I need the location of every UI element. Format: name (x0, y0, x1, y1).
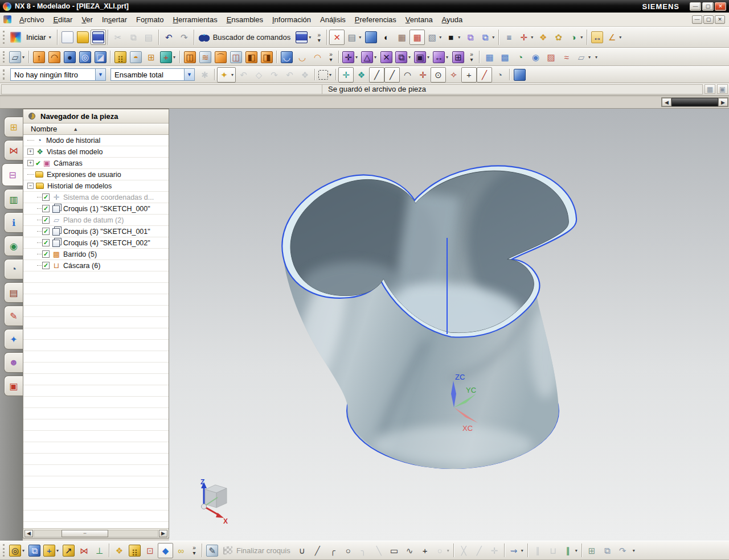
delete-face-button[interactable]: ✕ (379, 50, 394, 65)
menu-archivo[interactable]: Archivo (15, 14, 48, 26)
revolve-button[interactable]: ◠ (47, 50, 62, 65)
shaded-edges-button[interactable]: ▦ (409, 30, 425, 45)
show-hide-button[interactable]: ◑▾ (566, 30, 585, 45)
draft-button[interactable]: ◨ (259, 50, 275, 65)
project-curve-button[interactable]: ⧉ (600, 543, 615, 558)
emboss-button[interactable]: ◓ (128, 50, 144, 65)
render-style-button[interactable]: ◐ (379, 30, 394, 45)
reuse-library-tab[interactable]: ▥ (4, 189, 23, 209)
selection-filter-combo-arrow[interactable]: ▼ (95, 69, 105, 80)
edit-suppression-button[interactable]: ⊡ (142, 543, 158, 558)
thicken-button[interactable]: ≋ (198, 50, 213, 65)
split-body-button[interactable]: ◧ (244, 50, 259, 65)
pattern-face-button[interactable]: ⊞ (450, 50, 466, 65)
tree-item[interactable]: −Historial de modelos (23, 180, 169, 192)
tree-item[interactable]: ✓Croquis (4) "SKETCH_002" (23, 237, 169, 249)
horizontal-scrollbar[interactable]: ◀ ▶ (661, 97, 728, 107)
graphics-window[interactable]: ZC YC XC Z X (169, 109, 729, 541)
panel-scroll-thumb[interactable]: ┉ (62, 530, 108, 537)
boss-button[interactable]: ◎ (77, 50, 93, 65)
display-constraints-button[interactable]: ∥▾ (561, 543, 580, 558)
menu-ver[interactable]: Ver (77, 14, 97, 26)
close-button[interactable]: ✕ (715, 2, 726, 11)
move-face-button[interactable]: ✛▾ (341, 50, 360, 65)
point-on-curve-snap-button[interactable]: ╱ (477, 67, 492, 83)
edit-display-button[interactable]: ✿ (551, 30, 566, 45)
tree-item[interactable]: ✓▩Barrido (5) (23, 249, 169, 260)
rectangle-select-button[interactable]: ▾ (317, 67, 334, 83)
circle-tool-button[interactable]: ○ (341, 543, 356, 558)
sketch-button[interactable]: ▱▾ (8, 50, 27, 65)
selection-scope-combo-arrow[interactable]: ▼ (184, 69, 194, 80)
move-object-button[interactable]: ❖ (535, 30, 551, 45)
fit-view-button[interactable]: ✕ (329, 30, 345, 45)
doc-restore-button[interactable]: ▢ (703, 15, 714, 24)
feature-checkbox[interactable]: ✓ (42, 205, 50, 212)
measure-angle-button[interactable]: ∠▾ (605, 30, 624, 45)
visual-reports-tab[interactable]: ✎ (4, 306, 23, 326)
solid-face-snap-button[interactable] (512, 67, 527, 83)
control-point-snap-button[interactable]: ◠ (400, 67, 415, 83)
scroll-left-button[interactable]: ◀ (662, 98, 671, 106)
layout-button[interactable]: ▤▾ (345, 30, 363, 45)
offset-region-button[interactable]: △▾ (360, 50, 379, 65)
unite-button[interactable]: +▾ (159, 50, 178, 65)
pattern-curve-button[interactable]: ⊞ (584, 543, 600, 558)
iniciar-menu[interactable]: Iniciar▾ (23, 31, 55, 44)
feature-checkbox[interactable]: ✓ (42, 228, 50, 235)
part-navigator-tab[interactable]: ⊟ (2, 163, 23, 186)
menu-formato[interactable]: Formato (132, 14, 168, 26)
cut-face-button[interactable]: ▣▾ (413, 50, 432, 65)
sketch-task-button[interactable]: ✎ (204, 543, 220, 558)
menu-preferencias[interactable]: Preferencias (350, 14, 401, 26)
standard-overflow-button[interactable]: »▾ (316, 32, 322, 43)
assembly-constraints-button[interactable]: ⊥ (92, 543, 107, 558)
menu-ayuda[interactable]: Ayuda (437, 14, 468, 26)
find-component-button[interactable]: ◎▾ (8, 543, 27, 558)
feature-checkbox[interactable]: ✓ (42, 250, 50, 258)
save-options-button[interactable]: ▾ (294, 30, 313, 45)
profile-tool-button[interactable]: ∪ (294, 543, 310, 558)
redo-button[interactable]: ↷ (177, 30, 192, 45)
menu-insertar[interactable]: Insertar (97, 14, 132, 26)
toolbar-grip[interactable] (3, 69, 6, 80)
tree-item[interactable]: +✔▣Cámaras (23, 158, 169, 169)
menu-analisis[interactable]: Análisis (316, 14, 350, 26)
existing-point-snap-button[interactable]: + (461, 67, 477, 83)
spline-tool-button[interactable]: ∿ (402, 543, 417, 558)
point-on-face-snap-button[interactable]: ◔ (492, 67, 507, 83)
menu-herramientas[interactable]: Herramientas (169, 14, 222, 26)
extrude-button[interactable]: ↑ (31, 50, 47, 65)
layer-settings-button[interactable]: ≡ (501, 30, 517, 45)
tree-item[interactable]: ✓✛Sistema de coordenadas d... (23, 192, 169, 203)
wcs-orient-button[interactable]: ✛▾ (517, 30, 535, 45)
through-curves-button[interactable]: ≈ (559, 50, 574, 65)
menu-editar[interactable]: Editar (48, 14, 77, 26)
copy-face-button[interactable]: ⧉▾ (394, 50, 413, 65)
open-file-button[interactable] (75, 30, 91, 45)
midpoint-snap-button[interactable]: ╱ (384, 67, 400, 83)
nx-start-icon[interactable] (8, 30, 23, 45)
sync-curve-button[interactable]: ↷ (615, 543, 630, 558)
trim-plane-button[interactable]: ◫ (228, 50, 244, 65)
resize-face-button[interactable]: ↔▾ (432, 50, 450, 65)
snap-inferred-button[interactable]: ❖ (354, 67, 369, 83)
bend-button[interactable]: ⌒ (213, 50, 228, 65)
snap-enable-button[interactable]: ✛ (338, 67, 354, 83)
selection-filter-combo[interactable]: No hay ningún filtro▼ (10, 68, 106, 81)
toolbar-grip[interactable] (3, 51, 6, 63)
panel-scroll-track[interactable]: ┉ (34, 530, 158, 537)
wave-linker-button[interactable]: ◆ (158, 543, 173, 558)
tree-item[interactable]: ✓Croquis (1) "SKETCH_000" (23, 203, 169, 215)
swept-surface-button[interactable]: ▩ (497, 50, 513, 65)
tree-item[interactable]: ✓Croquis (3) "SKETCH_001" (23, 226, 169, 237)
restore-button[interactable]: ▢ (702, 2, 714, 11)
toolbar-grip[interactable] (3, 544, 6, 557)
undo-button[interactable]: ↶ (161, 30, 177, 45)
sort-ascending-icon[interactable]: ▲ (73, 126, 78, 132)
cascade-window-button[interactable]: ⧉▾ (478, 30, 497, 45)
screen-window-icon[interactable]: ▣ (717, 84, 728, 94)
sheet-surface-button[interactable]: ▱▾ (574, 50, 593, 65)
line-tool-button[interactable]: ╱ (310, 543, 325, 558)
feature-checkbox[interactable]: ✓ (42, 193, 50, 201)
